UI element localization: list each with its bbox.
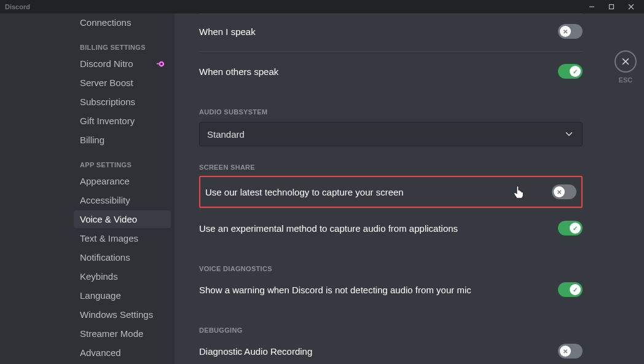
toggle-mic-warning[interactable]: ✓ — [558, 282, 583, 297]
setting-label: When I speak — [199, 26, 256, 37]
settings-sidebar: Connections BILLING SETTINGS Discord Nit… — [0, 14, 175, 364]
sidebar-item-label: Accessibility — [80, 195, 130, 205]
setting-label: Use an experimental method to capture au… — [199, 223, 458, 234]
sidebar-item-label: Notifications — [80, 252, 130, 263]
close-window-button[interactable] — [623, 1, 639, 13]
setting-when-i-speak: When I speak ✕ — [199, 14, 583, 51]
sidebar-item-accessibility[interactable]: Accessibility — [74, 191, 171, 209]
nitro-icon — [156, 60, 165, 68]
check-icon: ✓ — [573, 225, 578, 232]
setting-label: Diagnostic Audio Recording — [199, 346, 312, 357]
sidebar-item-server-boost[interactable]: Server Boost — [74, 74, 171, 92]
x-icon: ✕ — [557, 189, 562, 196]
window-controls — [584, 1, 639, 13]
sidebar-item-windows-settings[interactable]: Windows Settings — [74, 306, 171, 323]
sidebar-item-label: Advanced — [80, 347, 121, 358]
sidebar-item-label: Appearance — [80, 176, 130, 186]
select-value: Standard — [207, 129, 245, 140]
sidebar-item-notifications[interactable]: Notifications — [74, 248, 171, 266]
sidebar-item-label: Keybinds — [80, 271, 118, 282]
sidebar-item-label: Streamer Mode — [80, 328, 143, 339]
x-icon: ✕ — [563, 348, 568, 355]
sidebar-item-appearance[interactable]: Appearance — [74, 172, 171, 190]
section-audio-subsystem: AUDIO SUBSYSTEM — [199, 108, 583, 116]
section-voice-diagnostics: VOICE DIAGNOSTICS — [199, 265, 583, 272]
sidebar-item-keybinds[interactable]: Keybinds — [74, 267, 171, 285]
sidebar-item-label: Billing — [80, 135, 104, 145]
check-icon: ✓ — [573, 287, 578, 293]
close-settings-button[interactable] — [615, 50, 637, 73]
sidebar-header-app: APP SETTINGS — [74, 150, 171, 172]
sidebar-item-streamer-mode[interactable]: Streamer Mode — [74, 325, 171, 342]
x-icon: ✕ — [563, 28, 568, 35]
section-screen-share: SCREEN SHARE — [199, 164, 583, 171]
sidebar-item-voice-video[interactable]: Voice & Video — [74, 210, 171, 228]
toggle-experimental-audio[interactable]: ✓ — [558, 221, 583, 235]
main-panel: When I speak ✕ When others speak ✓ AUDIO… — [175, 14, 644, 364]
sidebar-item-label: Text & Images — [80, 233, 138, 243]
setting-when-others-speak: When others speak ✓ — [199, 51, 583, 91]
toggle-diag-recording[interactable]: ✕ — [558, 344, 583, 358]
titlebar: Discord — [0, 0, 644, 14]
sidebar-item-text-images[interactable]: Text & Images — [74, 229, 171, 247]
setting-label: Show a warning when Discord is not detec… — [199, 285, 471, 295]
sidebar-item-label: Language — [80, 290, 121, 301]
toggle-when-i-speak[interactable]: ✕ — [558, 24, 583, 39]
sidebar-item-label: Connections — [80, 17, 131, 28]
sidebar-item-discord-nitro[interactable]: Discord Nitro — [74, 55, 171, 73]
minimize-button[interactable] — [584, 1, 600, 13]
highlight-box: Use our latest technology to capture you… — [199, 176, 583, 208]
close-label: ESC — [619, 76, 633, 84]
setting-label: Use our latest technology to capture you… — [205, 187, 404, 197]
toggle-latest-tech[interactable]: ✕ — [552, 184, 576, 199]
svg-rect-1 — [610, 5, 614, 9]
sidebar-item-label: Voice & Video — [80, 214, 137, 224]
maximize-button[interactable] — [603, 1, 619, 13]
svg-point-5 — [160, 63, 163, 65]
sidebar-item-subscriptions[interactable]: Subscriptions — [74, 93, 171, 111]
check-icon: ✓ — [573, 68, 578, 75]
sidebar-item-label: Server Boost — [80, 77, 133, 88]
sidebar-item-label: Subscriptions — [80, 97, 135, 107]
svg-rect-6 — [157, 63, 159, 64]
close-icon — [621, 57, 630, 66]
setting-mic-warning: Show a warning when Discord is not detec… — [199, 272, 583, 309]
setting-diag-recording: Diagnostic Audio Recording ✕ — [199, 334, 583, 361]
section-debugging: DEBUGGING — [199, 326, 583, 334]
select-audio-subsystem[interactable]: Standard — [199, 122, 583, 146]
sidebar-header-billing: BILLING SETTINGS — [74, 33, 171, 55]
sidebar-item-label: Discord Nitro — [80, 58, 133, 69]
app-name: Discord — [5, 3, 30, 10]
setting-label: When others speak — [199, 66, 278, 77]
sidebar-item-advanced[interactable]: Advanced — [74, 344, 171, 362]
sidebar-item-billing[interactable]: Billing — [74, 131, 171, 149]
setting-experimental-audio: Use an experimental method to capture au… — [199, 208, 583, 248]
sidebar-item-label: Windows Settings — [80, 309, 153, 320]
sidebar-item-connections[interactable]: Connections — [74, 14, 171, 31]
sidebar-item-language[interactable]: Language — [74, 287, 171, 304]
chevron-down-icon — [564, 129, 575, 140]
sidebar-item-label: Gift Inventory — [80, 116, 135, 126]
sidebar-item-gift-inventory[interactable]: Gift Inventory — [74, 112, 171, 130]
setting-latest-tech: Use our latest technology to capture you… — [200, 177, 581, 207]
toggle-when-others-speak[interactable]: ✓ — [558, 64, 583, 79]
